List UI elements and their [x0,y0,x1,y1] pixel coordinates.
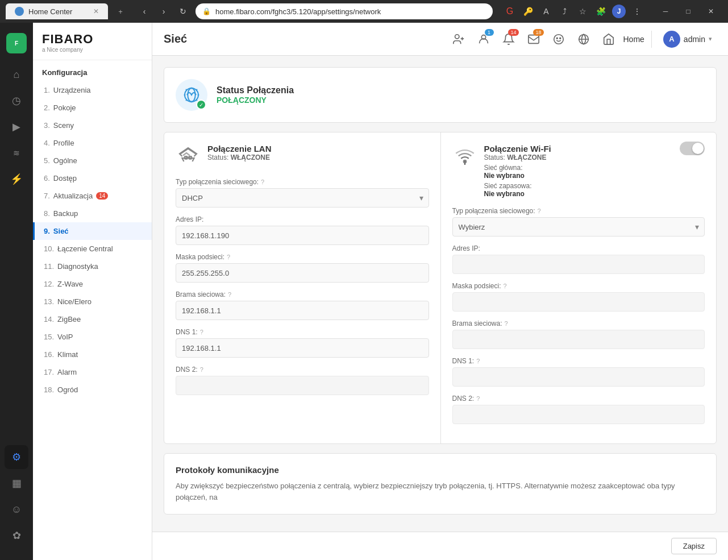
google-btn[interactable]: G [502,3,518,19]
nav-sidebar: FIBARO a Nice company Konfiguracja 1.Urz… [33,23,152,560]
wifi-ip-empty [452,255,705,274]
lan-subnet-help[interactable]: ? [227,254,230,260]
extensions-btn[interactable]: 🧩 [593,3,609,19]
lan-dns2-help[interactable]: ? [200,366,203,373]
back-btn[interactable]: ‹ [136,3,152,19]
nav-scenes-btn[interactable]: ▶ [5,115,28,139]
lan-subnet-input[interactable] [176,263,429,283]
nav-item-siec[interactable]: 9.Sieć [33,222,152,240]
close-btn[interactable]: ✕ [700,0,722,23]
wifi-section: Połączenie Wi-Fi Status: WŁĄCZONE Sieć g… [440,132,717,443]
nav-item-ogolne[interactable]: 5.Ogólne [33,152,152,169]
browser-tab-active[interactable]: Home Center ✕ [6,3,108,19]
tab-favicon [15,7,24,16]
new-tab-btn[interactable]: + [113,3,128,19]
tab-label: Home Center [28,7,72,16]
nav-label: Ogród [57,385,78,394]
wifi-gateway-help[interactable]: ? [505,320,508,327]
nav-item-pokoje[interactable]: 2.Pokoje [33,99,152,117]
key-btn[interactable]: 🔑 [520,3,536,19]
nav-item-zigbee[interactable]: 14.ZigBee [33,310,152,328]
wifi-gateway-row: Brama sieciowa: ? [452,320,705,349]
wifi-type-select[interactable]: Wybierz DHCP Static [452,217,705,237]
nav-item-alarm[interactable]: 17.Alarm [33,363,152,381]
save-button[interactable]: Zapisz [671,538,717,554]
wifi-subnet-help[interactable]: ? [504,283,507,289]
browser-controls: ‹ › ↻ [136,3,191,19]
wifi-subnet-row: Maska podsieci: ? [452,282,705,312]
user-avatar: A [663,31,680,48]
minimize-btn[interactable]: ─ [654,0,677,23]
maximize-btn[interactable]: □ [677,0,700,23]
nav-item-laczenie[interactable]: 10.Łączenie Central [33,240,152,258]
nav-settings-btn[interactable]: ⚙ [5,445,28,469]
lan-dns2-empty [176,376,429,395]
bell-btn[interactable]: 14 [498,29,519,49]
nav-item-backup[interactable]: 8.Backup [33,205,152,222]
nav-num: 9. [44,227,50,235]
nav-home-btn[interactable]: ⌂ [5,63,28,86]
menu-btn[interactable]: ⋮ [629,3,645,19]
nav-user-btn[interactable]: ☺ [5,497,28,521]
nav-num: 5. [44,156,50,165]
lan-header: Połączenie LAN Status: WŁĄCZONE [176,144,429,169]
profile-btn[interactable]: J [611,3,627,19]
window-controls: ─ □ ✕ [654,0,722,23]
wifi-gateway-empty [452,330,705,349]
home-btn[interactable] [598,29,619,49]
nav-item-sceny[interactable]: 3.Sceny [33,117,152,134]
bookmark-btn[interactable]: ☆ [575,3,590,19]
wifi-toggle[interactable] [680,142,705,155]
nav-item-urzadzenia[interactable]: 1.Urządzenia [33,81,152,99]
lan-ip-input[interactable] [176,226,429,245]
nav-label: Urządzenia [53,86,91,94]
translate-btn[interactable]: A [538,3,554,19]
nav-item-klimat[interactable]: 16.Klimat [33,346,152,363]
nav-section-title: Konfiguracja [33,60,152,81]
nav-item-ogrod[interactable]: 18.Ogród [33,381,152,399]
lan-type-select[interactable]: DHCP Static [176,188,429,208]
nav-label: Nice/Elero [57,297,91,306]
lan-type-help[interactable]: ? [261,179,264,185]
nav-label: Łączenie Central [57,244,113,253]
nav-item-dostep[interactable]: 6.Dostęp [33,169,152,187]
lan-gateway-input[interactable] [176,301,429,320]
nav-item-zwave[interactable]: 12.Z-Wave [33,275,152,293]
logo-sub: a Nice company [42,47,143,53]
address-bar[interactable]: 🔒 home.fibaro.com/fghc3/5.120/app/settin… [195,3,493,19]
nav-item-voip[interactable]: 15.VoIP [33,328,152,346]
nav-flower-btn[interactable]: ✿ [5,524,28,547]
nav-energy-btn[interactable]: ⚡ [5,167,28,191]
nav-climate-btn[interactable]: ≋ [5,141,28,165]
lan-dns1-help[interactable]: ? [200,329,203,335]
nav-item-nice[interactable]: 13.Nice/Elero [33,293,152,310]
users-icon-btn[interactable] [448,29,469,49]
svg-point-11 [463,160,466,163]
wifi-type-help[interactable]: ? [538,208,541,214]
nav-panel-btn[interactable]: ▦ [5,471,28,495]
wifi-dns2-help[interactable]: ? [476,395,480,402]
admin-chevron: ▾ [709,35,712,43]
nav-history-btn[interactable]: ◷ [5,89,28,113]
smiley-btn[interactable] [548,29,569,49]
nav-item-aktualizacja[interactable]: 7.Aktualizacja14 [33,187,152,205]
nav-item-profile[interactable]: 4.Profile [33,134,152,152]
nav-num: 1. [44,86,50,94]
nav-label: Klimat [57,350,78,359]
mail-btn[interactable]: 18 [523,29,544,49]
wifi-dns2-label: DNS 2: ? [452,395,705,403]
world-btn[interactable] [573,29,594,49]
forward-btn[interactable]: › [156,3,172,19]
wifi-dns1-help[interactable]: ? [476,358,480,364]
user-notification-btn[interactable]: 1 [473,29,494,49]
wifi-header: Połączenie Wi-Fi Status: WŁĄCZONE Sieć g… [452,144,705,198]
share-btn[interactable]: ⤴ [556,3,572,19]
reload-btn[interactable]: ↻ [175,3,191,19]
wifi-dns2-row: DNS 2: ? [452,395,705,424]
user-menu-btn[interactable]: A admin ▾ [659,28,717,50]
tab-close-btn[interactable]: ✕ [93,7,99,15]
lan-dns1-input[interactable] [176,338,429,358]
lan-gateway-help[interactable]: ? [228,291,231,298]
nav-label: Diagnostyka [57,262,98,271]
nav-item-diagnostyka[interactable]: 11.Diagnostyka [33,258,152,275]
